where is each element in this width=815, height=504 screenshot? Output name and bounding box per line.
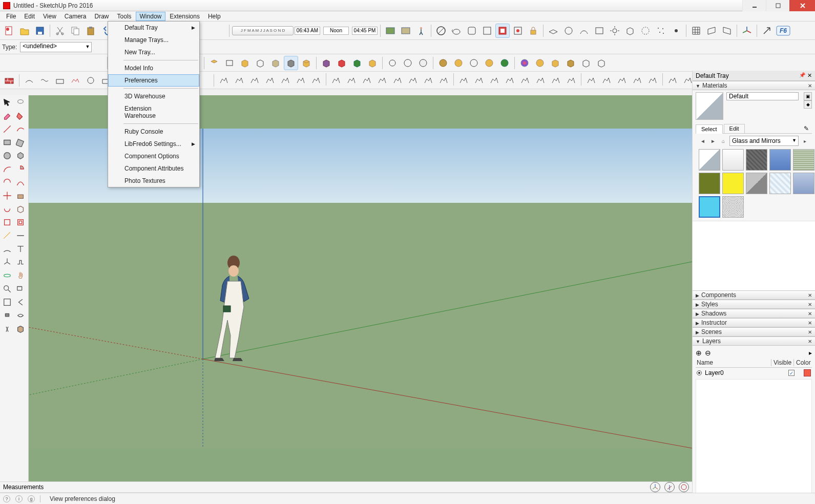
sandbox-2-icon[interactable]	[37, 73, 52, 88]
type-select[interactable]: <undefined>▼	[20, 42, 92, 52]
arrow-diag-icon[interactable]	[760, 24, 774, 38]
geo-location-button[interactable]	[383, 24, 398, 38]
polygon-tool[interactable]	[14, 150, 27, 162]
profile-tool-27-icon[interactable]	[645, 73, 660, 88]
profile-tool-10-icon[interactable]	[375, 73, 389, 88]
tab-select[interactable]: Select	[696, 124, 723, 134]
cube-wire-icon[interactable]	[579, 56, 593, 70]
previous-view-tool[interactable]	[14, 296, 27, 308]
protractor-tool[interactable]	[1, 243, 13, 255]
rotate-tool[interactable]	[1, 203, 13, 215]
material-swatch-8[interactable]	[769, 173, 791, 194]
profile-tool-21-icon[interactable]	[549, 73, 563, 88]
sandbox-4-icon[interactable]	[68, 73, 82, 88]
cut-button[interactable]	[53, 24, 67, 38]
arc-tool[interactable]	[1, 163, 13, 175]
mat-4-icon[interactable]	[482, 56, 496, 70]
line-tool[interactable]	[1, 123, 13, 135]
menu-3d-warehouse[interactable]: 3D Warehouse	[108, 90, 199, 102]
freehand-tool[interactable]	[14, 123, 27, 135]
layers-panel-header[interactable]: ▼Layers ✕	[693, 337, 815, 346]
material-swatch-10[interactable]	[699, 196, 720, 218]
scatter-icon[interactable]	[654, 24, 668, 38]
lasso-tool[interactable]	[14, 96, 27, 109]
menu-item-window[interactable]: Window	[136, 12, 166, 21]
aux-axes-2-icon[interactable]	[664, 482, 675, 492]
edu-3-icon[interactable]	[592, 24, 607, 38]
select-tool[interactable]	[1, 96, 13, 109]
arc3-tool[interactable]	[14, 176, 27, 188]
comp-4-icon[interactable]	[365, 56, 380, 70]
menu-item-help[interactable]: Help	[204, 12, 225, 21]
zoom-window-tool[interactable]	[14, 283, 27, 295]
panel-close-icon[interactable]: ✕	[808, 83, 812, 89]
material-category-select[interactable]: Glass and Mirrors▼	[729, 136, 799, 146]
dyn-1-icon[interactable]	[385, 56, 400, 70]
render-2-icon[interactable]	[480, 24, 494, 38]
material-swatch-2[interactable]	[746, 149, 767, 171]
panel-close-icon[interactable]: ✕	[808, 302, 812, 307]
solid-6-icon[interactable]	[284, 56, 298, 70]
move-tool[interactable]	[1, 190, 13, 202]
grid-1-icon[interactable]	[689, 24, 703, 38]
sandbox-5-icon[interactable]	[83, 73, 98, 88]
rectangle-tool[interactable]	[1, 136, 13, 149]
hat-icon[interactable]	[546, 24, 560, 38]
material-swatch-5[interactable]	[699, 173, 720, 194]
layer-add-icon[interactable]: ⊕	[696, 349, 702, 357]
comp-1-icon[interactable]	[319, 56, 333, 70]
layer-active-radio[interactable]	[697, 370, 702, 375]
menu-item-camera[interactable]: Camera	[60, 12, 91, 21]
material-swatch-3[interactable]	[769, 149, 791, 171]
close-button[interactable]	[789, 0, 815, 11]
tray-pin-icon[interactable]: 📌	[799, 72, 805, 79]
teapot-icon[interactable]	[449, 24, 464, 38]
profile-tool-9-icon[interactable]	[360, 73, 374, 88]
menu-photo-textures[interactable]: Photo Textures	[108, 175, 199, 187]
sandbox-1-icon[interactable]	[22, 73, 36, 88]
dimension-tool[interactable]	[14, 229, 27, 242]
profile-tool-12-icon[interactable]	[406, 73, 420, 88]
eraser-tool[interactable]	[1, 110, 13, 122]
solid-2-icon[interactable]	[222, 56, 237, 70]
mat-5-icon[interactable]	[497, 56, 512, 70]
sun-icon[interactable]	[608, 24, 622, 38]
grid-3-icon[interactable]	[720, 24, 734, 38]
solid-1-icon[interactable]	[207, 56, 221, 70]
text-tool[interactable]	[14, 243, 27, 255]
arc2-tool[interactable]	[1, 176, 13, 188]
menu-component-options[interactable]: Component Options	[108, 150, 199, 162]
profile-tool-2-icon[interactable]	[247, 73, 262, 88]
layer-row[interactable]: Layer0 ✓	[696, 368, 812, 378]
profile-tool-1-icon[interactable]	[232, 73, 246, 88]
edu-2-icon[interactable]	[577, 24, 591, 38]
profile-tool-23-icon[interactable]	[584, 73, 598, 88]
menu-item-draw[interactable]: Draw	[91, 12, 113, 21]
mat-1-icon[interactable]	[436, 56, 450, 70]
menu-preferences[interactable]: Preferences	[108, 74, 199, 87]
offset-tool[interactable]	[14, 216, 27, 228]
material-swatch-9[interactable]	[793, 173, 814, 194]
profile-tool-20-icon[interactable]	[533, 73, 548, 88]
cube-icon[interactable]	[623, 24, 637, 38]
create-material-button[interactable]: ▣	[804, 92, 812, 100]
grid-2-icon[interactable]	[704, 24, 719, 38]
profile-tool-19-icon[interactable]	[518, 73, 532, 88]
profile-tool-15-icon[interactable]	[456, 73, 471, 88]
menu-default-tray[interactable]: Default Tray▶	[108, 22, 199, 34]
col-visible[interactable]: Visible	[771, 359, 793, 366]
menu-new-tray[interactable]: New Tray...	[108, 46, 199, 58]
rotated-rect-tool[interactable]	[14, 136, 27, 149]
mat-3-icon[interactable]	[467, 56, 481, 70]
position-camera-tool[interactable]	[1, 309, 13, 322]
profile-tool-7-icon[interactable]	[329, 73, 343, 88]
pushpull-tool[interactable]	[14, 190, 27, 202]
profile-tool-5-icon[interactable]	[294, 73, 308, 88]
profile-tool-14-icon[interactable]	[436, 73, 451, 88]
dyn-2-icon[interactable]	[401, 56, 415, 70]
material-swatch-4[interactable]	[793, 149, 814, 171]
3dtext-tool[interactable]	[14, 256, 27, 268]
menu-extension-warehouse[interactable]: Extension Warehouse	[108, 102, 199, 122]
nav-fwd-icon[interactable]: ►	[709, 137, 717, 145]
paste-button[interactable]	[83, 24, 98, 38]
